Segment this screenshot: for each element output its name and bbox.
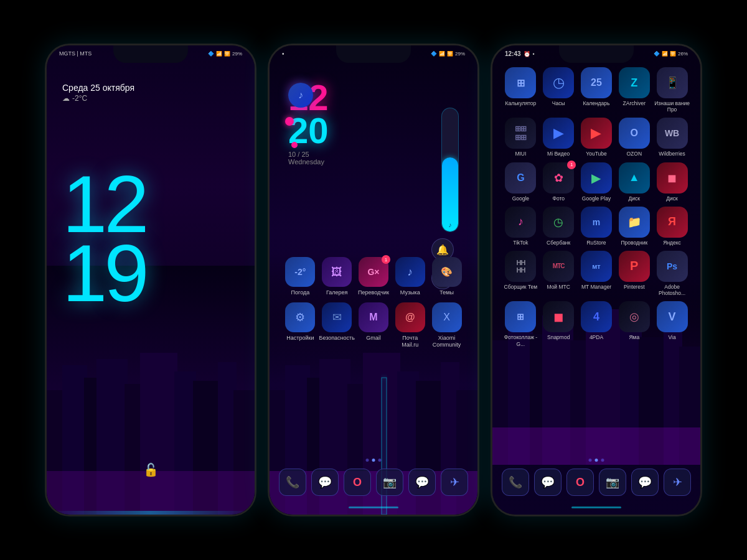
dock3-telegram[interactable]: ✈ bbox=[664, 469, 691, 496]
app-row3-5: HHHH Сборщик Тем МТС Мой МТС мт MT Manag… bbox=[502, 251, 691, 296]
app-snapmod[interactable]: ◼ Snapmod bbox=[540, 301, 576, 347]
svg-rect-17 bbox=[270, 390, 288, 515]
app-theme-maker[interactable]: HHHH Сборщик Тем bbox=[502, 251, 538, 296]
app-google[interactable]: G Google bbox=[502, 162, 538, 202]
dock3-camera[interactable]: 📷 bbox=[599, 469, 626, 496]
music-fab[interactable]: ♪ bbox=[288, 83, 313, 108]
lock-date: Среда 25 октября ☁ -2°C bbox=[62, 83, 134, 103]
dock3-sms[interactable]: 💬 bbox=[534, 469, 561, 496]
app-yandex[interactable]: Я Яндекс bbox=[654, 207, 690, 246]
status-bar: MGTS | MTS 🔷 📶 🛜 29% bbox=[59, 50, 242, 57]
dock3-phone[interactable]: 📞 bbox=[502, 469, 529, 496]
rustore-icon: m bbox=[581, 207, 612, 238]
dock-sms[interactable]: 💬 bbox=[311, 469, 339, 496]
notification-dot: • bbox=[282, 50, 284, 57]
app-grid-phone3: ⊞ Калькулятор ◷ Часы 25 Календарь Z ZArc… bbox=[502, 67, 691, 352]
app-gmail[interactable]: M Gmail bbox=[357, 302, 390, 348]
settings-icon-app: ⚙ bbox=[285, 302, 315, 332]
day-label: Среда 25 октября bbox=[62, 83, 134, 93]
via-label: Via bbox=[669, 334, 676, 340]
snapmod-label: Snapmod bbox=[547, 334, 570, 340]
app-themes[interactable]: 🎨 Темы bbox=[430, 257, 464, 296]
app-zarchiver[interactable]: Z ZArchiver bbox=[616, 67, 652, 113]
svg-rect-42 bbox=[679, 347, 702, 465]
app-weather[interactable]: -2° Погода bbox=[283, 257, 317, 296]
app-music[interactable]: ♪ Музыка bbox=[393, 257, 427, 296]
themes-label: Темы bbox=[439, 289, 454, 296]
dock-opera[interactable]: O bbox=[344, 469, 371, 496]
lock-icon[interactable]: 🔓 bbox=[143, 462, 159, 477]
app-translate[interactable]: G× 1 Переводчик bbox=[357, 257, 390, 296]
dock-phone2: 📞 💬 O 📷 💬 ✈ bbox=[279, 469, 468, 496]
app-4pda[interactable]: 4 4PDA bbox=[578, 301, 614, 347]
battery-label-2: 29% bbox=[455, 51, 465, 57]
svg-rect-9 bbox=[218, 362, 237, 515]
svg-rect-11 bbox=[47, 471, 256, 515]
app-ozon[interactable]: O OZON bbox=[616, 118, 652, 157]
via-icon: V bbox=[657, 301, 688, 332]
app-settings[interactable]: ⚙ Настройки bbox=[283, 302, 317, 348]
rustore-label: RuStore bbox=[586, 240, 606, 246]
app-pinterest[interactable]: P Pinterest bbox=[616, 251, 652, 296]
app-google-play[interactable]: ▶ Google Play bbox=[578, 162, 614, 202]
app-mail[interactable]: @ Почта Mail.ru bbox=[393, 302, 427, 348]
app-clock[interactable]: ◷ Часы bbox=[540, 67, 576, 113]
app-tiktok[interactable]: ♪ TikTok bbox=[502, 207, 538, 246]
my-mts-label: Мой МТС bbox=[547, 284, 570, 290]
app-rustore[interactable]: m RuStore bbox=[578, 207, 614, 246]
app-xiaomi-community[interactable]: X Xiaomi Community bbox=[430, 302, 464, 348]
pill-fill bbox=[442, 157, 458, 231]
photos-label: Фото bbox=[552, 195, 565, 202]
app-files[interactable]: 📁 Проводник bbox=[616, 207, 652, 246]
app-mi-video[interactable]: ▶ Mi Видео bbox=[540, 118, 576, 157]
wildberries-icon: WB bbox=[657, 118, 688, 149]
time-label-3: 12:43 bbox=[505, 50, 521, 57]
disk2-icon: ◼ bbox=[657, 162, 688, 194]
app-yama[interactable]: ◎ Яма bbox=[616, 301, 652, 347]
app-mt-manager[interactable]: мт MT Manager bbox=[578, 251, 614, 296]
svg-rect-10 bbox=[233, 390, 256, 515]
dock3-opera[interactable]: O bbox=[566, 469, 594, 496]
disk1-icon: ▲ bbox=[619, 162, 650, 194]
app-wildberries[interactable]: WB Wildberries bbox=[654, 118, 690, 157]
app-photoshop[interactable]: Ps Adobe Photosho... bbox=[654, 251, 690, 296]
home-date: 10 / 25 bbox=[288, 151, 329, 158]
clock-icon: ◷ bbox=[543, 67, 574, 98]
app-my-mts[interactable]: МТС Мой МТС bbox=[540, 251, 576, 296]
photoshop-label: Adobe Photosho... bbox=[654, 284, 690, 296]
app-calendar[interactable]: 25 Календарь bbox=[578, 67, 614, 113]
app-youtube[interactable]: ▶ YouTube bbox=[578, 118, 614, 157]
dock-telegram[interactable]: ✈ bbox=[441, 469, 468, 496]
app-sberbank[interactable]: ◷ Сбербанк bbox=[540, 207, 576, 246]
app-security[interactable]: ✉ Безопасность bbox=[320, 302, 354, 348]
weather-icon: ☁ bbox=[62, 94, 70, 103]
wifi-icon-3: 🛜 bbox=[670, 51, 676, 57]
bluetooth-icon-2: 🔷 bbox=[431, 51, 437, 57]
app-photocollage[interactable]: ⊞ Фотоколлаж - G... bbox=[502, 301, 538, 347]
app-disk-1[interactable]: ▲ Диск bbox=[616, 162, 652, 202]
4pda-icon: 4 bbox=[581, 301, 612, 332]
dock3-whatsapp[interactable]: 💬 bbox=[631, 469, 659, 496]
xiaomi-label: Xiaomi Community bbox=[430, 335, 464, 348]
mi-video-label: Mi Видео bbox=[547, 151, 570, 157]
dock-phone[interactable]: 📞 bbox=[279, 469, 306, 496]
dock-camera[interactable]: 📷 bbox=[376, 469, 403, 496]
wear-label: Изнаши вание Про bbox=[654, 100, 690, 113]
battery-label-3: 26% bbox=[678, 51, 688, 57]
app-photos[interactable]: ✿ 1 Фото bbox=[540, 162, 576, 202]
yandex-icon: Я bbox=[657, 207, 688, 238]
app-calculator[interactable]: ⊞ Калькулятор bbox=[502, 67, 538, 113]
page-dots bbox=[366, 459, 382, 462]
svg-rect-40 bbox=[639, 337, 667, 465]
app-miui[interactable]: ⊞⊞⊞⊞ MIUI bbox=[502, 118, 538, 157]
app-wear[interactable]: 📱 Изнаши вание Про bbox=[654, 67, 690, 113]
app-disk-2[interactable]: ◼ Диск bbox=[654, 162, 690, 202]
temp-value: -2°C bbox=[72, 94, 87, 103]
dock-whatsapp[interactable]: 💬 bbox=[408, 469, 436, 496]
app-via[interactable]: V Via bbox=[654, 301, 690, 347]
app-gallery[interactable]: 🖼 Галерея bbox=[320, 257, 354, 296]
sberbank-label: Сбербанк bbox=[547, 240, 570, 246]
alarm-icon: ⏰ bbox=[524, 51, 530, 57]
svg-rect-3 bbox=[84, 378, 100, 515]
photoshop-icon: Ps bbox=[657, 251, 688, 282]
